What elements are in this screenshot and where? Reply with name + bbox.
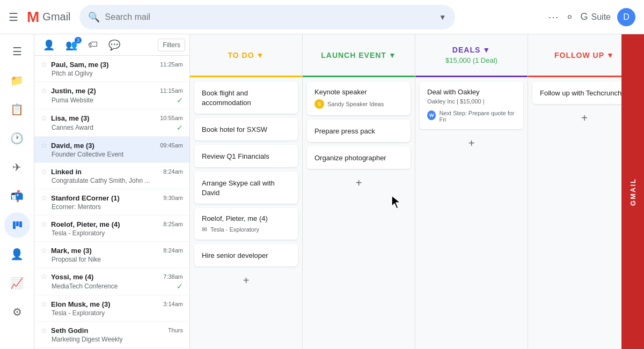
group-badge: 3 bbox=[75, 37, 82, 43]
todo-add-button[interactable]: + bbox=[239, 273, 254, 288]
email-item[interactable]: ☆ Paul, Sam, me (3) 11:25am Pitch at Ogi… bbox=[34, 56, 189, 82]
email-sender: Linked in bbox=[51, 168, 160, 176]
search-input[interactable] bbox=[105, 12, 434, 22]
email-subject: Cannes Award bbox=[52, 124, 177, 131]
nav-icon-settings[interactable]: ⚙ bbox=[4, 299, 30, 325]
col-title-follow: FOLLOW UP ▼ bbox=[554, 51, 614, 60]
nav-icon-analytics[interactable]: 📈 bbox=[4, 270, 30, 296]
todo-card-1[interactable]: Book flight and accommodation bbox=[194, 81, 298, 114]
email-subject: Ecorner: Mentors bbox=[52, 203, 183, 211]
launch-add-button[interactable]: + bbox=[352, 175, 367, 190]
email-time: 11:15am bbox=[160, 87, 183, 94]
deals-dropdown-icon[interactable]: ▼ bbox=[482, 46, 491, 54]
star-icon[interactable]: ☆ bbox=[41, 194, 48, 202]
star-icon[interactable]: ☆ bbox=[41, 272, 48, 281]
star-icon[interactable]: ☆ bbox=[41, 326, 48, 335]
email-item[interactable]: ☆ Elon Musk, me (3) 3:14am Tesla - Explo… bbox=[34, 295, 189, 322]
todo-card-5[interactable]: Roelof, Pieter, me (4) ✉ Tesla - Explora… bbox=[194, 208, 298, 240]
kanban-inner: TO DO ▼ Book flight and accommodation Bo… bbox=[190, 34, 621, 349]
svg-rect-0 bbox=[13, 221, 16, 229]
apps-icon[interactable]: ⋯ bbox=[548, 11, 559, 24]
nav-icon-send[interactable]: ✈ bbox=[4, 154, 30, 180]
email-list-tabs: 👤 👥 3 🏷 💬 Filters bbox=[34, 34, 189, 56]
launch-card-2[interactable]: Prepare press pack bbox=[307, 120, 411, 142]
email-item[interactable]: ☆ Roelof, Pieter, me (4) 8:25am Tesla - … bbox=[34, 216, 189, 242]
star-icon[interactable]: ☆ bbox=[41, 141, 48, 150]
launch-card-3[interactable]: Organize photographer bbox=[307, 146, 411, 169]
email-list: 👤 👥 3 🏷 💬 Filters ☆ Paul, Sam, me (3) 11… bbox=[34, 34, 190, 349]
email-item[interactable]: ☆ Seth Godin Thurs Marketing Digest Week… bbox=[34, 322, 189, 348]
launch-card-1[interactable]: Keynote speaker S Sandy Speaker Ideas bbox=[307, 81, 411, 115]
nav-icon-folder[interactable]: 📁 bbox=[4, 68, 30, 93]
gsuite-label: Suite bbox=[591, 12, 611, 22]
header-right: ⋯ ⚬ G Suite D bbox=[548, 8, 635, 26]
email-sender: Paul, Sam, me (3) bbox=[51, 61, 157, 69]
todo-card-4[interactable]: Arrange Skype call with David bbox=[194, 172, 298, 204]
user-avatar[interactable]: D bbox=[617, 8, 635, 26]
nav-icon-inbox[interactable]: 📬 bbox=[4, 183, 30, 209]
todo-card-2[interactable]: Book hotel for SXSW bbox=[194, 118, 298, 140]
tab-tag-icon[interactable]: 🏷 bbox=[84, 37, 102, 53]
gmail-logo: M Gmail bbox=[27, 9, 71, 26]
svg-rect-2 bbox=[19, 221, 22, 227]
star-icon[interactable]: ☆ bbox=[41, 60, 48, 69]
email-time: Thurs bbox=[168, 327, 183, 333]
menu-icon[interactable]: ☰ bbox=[9, 11, 18, 24]
tab-group-icon[interactable]: 👥 3 bbox=[61, 37, 82, 53]
check-icon: ✓ bbox=[177, 96, 183, 105]
nav-icon-clock[interactable]: 🕐 bbox=[4, 125, 30, 151]
todo-card-3[interactable]: Review Q1 Financials bbox=[194, 145, 298, 167]
filters-button[interactable]: Filters bbox=[158, 39, 185, 51]
follow-card-1[interactable]: Follow up with Techcrunch bbox=[532, 81, 621, 104]
search-dropdown-icon[interactable]: ▼ bbox=[439, 13, 447, 21]
nav-icon-menu[interactable]: ☰ bbox=[4, 39, 30, 64]
svg-rect-1 bbox=[16, 221, 19, 226]
col-header-launch[interactable]: LAUNCH EVENT ▼ bbox=[303, 34, 415, 77]
deals-add-button[interactable]: + bbox=[464, 136, 479, 151]
email-sender: Seth Godin bbox=[51, 326, 165, 335]
tab-person-icon[interactable]: 👤 bbox=[39, 37, 59, 53]
follow-dropdown-icon[interactable]: ▼ bbox=[606, 51, 614, 60]
keynote-meta: S Sandy Speaker Ideas bbox=[314, 99, 403, 109]
star-icon[interactable]: ☆ bbox=[41, 114, 48, 122]
star-icon[interactable]: ☆ bbox=[41, 86, 48, 95]
col-cards-deals: Deal with Oakley Oakley Inc | $15,000 | … bbox=[415, 77, 528, 349]
email-item[interactable]: ☆ Linked in 8:24am Congratulate Cathy Sm… bbox=[34, 163, 189, 189]
star-icon[interactable]: ☆ bbox=[41, 246, 48, 255]
email-item[interactable]: ☆ Stanford ECorner (1) 9:30am Ecorner: M… bbox=[34, 189, 189, 216]
check-icon: ✓ bbox=[177, 282, 183, 291]
email-subject: Congratulate Cathy Smith, John ... bbox=[52, 177, 183, 184]
deals-card-1[interactable]: Deal with Oakley Oakley Inc | $15,000 | … bbox=[420, 81, 523, 129]
col-header-follow[interactable]: FOLLOW UP ▼ bbox=[528, 34, 621, 77]
todo-card-6[interactable]: Hire senior developer bbox=[194, 244, 298, 266]
nav-icon-people[interactable]: 👤 bbox=[4, 241, 30, 267]
deals-card-meta: W Next Step: Prepare quote for Fri bbox=[427, 108, 516, 123]
notifications-icon[interactable]: ⚬ bbox=[565, 11, 574, 24]
card-meta-5: ✉ Tesla - Exploratory bbox=[202, 226, 290, 233]
col-cards-todo: Book flight and accommodation Book hotel… bbox=[190, 77, 302, 349]
email-item[interactable]: ☆ Justin, me (2) 11:15am Puma Website ✓ bbox=[34, 82, 189, 109]
star-icon[interactable]: ☆ bbox=[41, 220, 48, 228]
email-items: ☆ Paul, Sam, me (3) 11:25am Pitch at Ogi… bbox=[34, 56, 189, 349]
email-subject: Proposal for Nike bbox=[52, 256, 183, 263]
col-header-todo[interactable]: TO DO ▼ bbox=[190, 34, 302, 77]
col-title-todo: TO DO ▼ bbox=[228, 51, 265, 60]
kanban-col-todo: TO DO ▼ Book flight and accommodation Bo… bbox=[190, 34, 303, 349]
email-time: 8:25am bbox=[163, 221, 183, 227]
star-icon[interactable]: ☆ bbox=[41, 300, 48, 308]
col-cards-launch: Keynote speaker S Sandy Speaker Ideas Pr… bbox=[303, 77, 415, 349]
email-item[interactable]: ☆ Mark, me (3) 8:24am Proposal for Nike bbox=[34, 242, 189, 268]
tab-chat-icon[interactable]: 💬 bbox=[104, 37, 125, 53]
todo-dropdown-icon[interactable]: ▼ bbox=[257, 51, 265, 60]
star-icon[interactable]: ☆ bbox=[41, 167, 48, 176]
nav-icon-clipboard[interactable]: 📋 bbox=[4, 96, 30, 122]
launch-dropdown-icon[interactable]: ▼ bbox=[389, 51, 397, 60]
email-item[interactable]: ☆ Lisa, me (3) 10:55am Cannes Award ✓ bbox=[34, 109, 189, 137]
email-item[interactable]: ☆ Yossi, me (4) 7:38am MediaTech Confere… bbox=[34, 268, 189, 295]
kanban-col-launch: LAUNCH EVENT ▼ Keynote speaker S Sandy S… bbox=[303, 34, 415, 349]
email-subject: MediaTech Conference bbox=[52, 283, 177, 290]
email-item[interactable]: ☆ David, me (3) 09:45am Founder Collecti… bbox=[34, 137, 189, 163]
nav-icon-kanban[interactable] bbox=[4, 212, 30, 238]
col-header-deals[interactable]: DEALS ▼ $15,000 (1 Deal) bbox=[415, 34, 528, 77]
follow-add-button[interactable]: + bbox=[577, 110, 592, 125]
